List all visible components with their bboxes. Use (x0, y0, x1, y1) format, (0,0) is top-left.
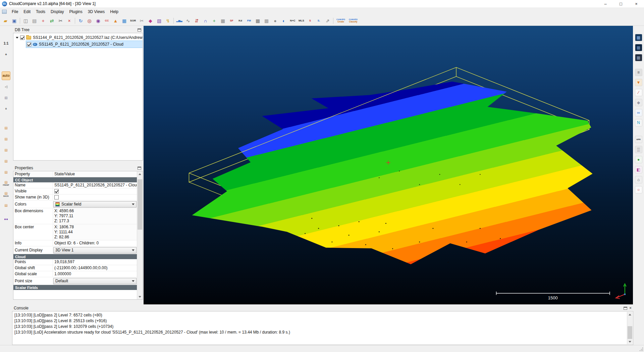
scroll-down-button[interactable] (137, 294, 143, 299)
orange-pin-tool-icon[interactable]: ▼ (635, 79, 642, 86)
view-right-button[interactable]: ▤ (2, 157, 10, 166)
tree-row-cloud[interactable]: SS1145_P_6121_20120526_20120527 - Cloud (26, 41, 143, 48)
rasterize-button[interactable]: ◐ (280, 16, 288, 25)
view-back-button[interactable]: ▤ BACK (2, 190, 10, 199)
scroll-down-button[interactable] (627, 339, 633, 344)
edit-tool-icon[interactable]: ∕ (635, 89, 642, 96)
3d-views-menu[interactable]: 3D Views (85, 8, 107, 15)
camera-view-button[interactable]: ◁ (2, 82, 10, 91)
stripes-tool-icon[interactable]: ≡ (635, 69, 642, 76)
view-left-button[interactable]: ▤ (2, 146, 10, 155)
compute-normals-button[interactable]: N+C (288, 16, 297, 25)
crop-button[interactable]: ✂ (138, 16, 146, 25)
root-visibility-checkbox[interactable] (20, 36, 24, 40)
display-menu[interactable]: Display (48, 8, 66, 15)
zoom-1-1-button[interactable]: 1:1 (2, 39, 10, 48)
poisson-recon-icon[interactable]: ● (635, 156, 642, 163)
histogram-button[interactable]: ▂▅▃ (175, 16, 183, 25)
cc-plugin-button[interactable]: CC (103, 16, 111, 25)
noise-filter-icon[interactable]: ▒ (635, 146, 642, 153)
plugins-menu[interactable]: Plugins (66, 8, 85, 15)
canupo-create-button[interactable]: CANUPO Create (335, 16, 347, 25)
point-picking-button[interactable]: ◎ (85, 16, 94, 25)
gaussian-filter-button[interactable]: ∩ (201, 16, 210, 25)
mesh-tool-icon[interactable]: ◆ (635, 99, 642, 106)
view-bottom-button[interactable]: ▤ (2, 135, 10, 143)
hpr-plugin-icon[interactable]: HPR (635, 136, 642, 143)
pick-point-button[interactable]: ◆ (146, 16, 155, 25)
sf-arithmetic-button[interactable]: SF (227, 16, 236, 25)
expander-icon[interactable] (16, 37, 18, 39)
tools-menu[interactable]: Tools (33, 8, 48, 15)
scroll-track[interactable] (137, 177, 143, 294)
toolbar-separator[interactable] (172, 17, 175, 24)
colors-dropdown[interactable]: SF Scalar field (53, 201, 137, 208)
mls-smoothing-button[interactable]: MLS (297, 16, 306, 25)
toolbar-separator[interactable] (19, 17, 21, 24)
visible-checkbox[interactable] (54, 189, 59, 193)
panel-splitter[interactable] (13, 161, 143, 165)
gl-filter-2-icon[interactable]: ▦ (635, 44, 642, 51)
plugins-folder-button[interactable]: ▧ (155, 16, 163, 25)
sphere-tool-button[interactable]: ● (271, 16, 279, 25)
view-iso1-button[interactable]: ▤ (2, 168, 10, 177)
console-output[interactable]: [13:10:03] [LoD][pass 2] Level 7: 6572 c… (12, 311, 633, 345)
point-list-picking-button[interactable]: ◉ (94, 16, 102, 25)
texture-grid-button[interactable]: ▩ (254, 16, 262, 25)
current-display-dropdown[interactable]: 3D View 1 (53, 247, 137, 253)
sf-manager-button[interactable]: ▦ (219, 16, 227, 25)
edit-menu[interactable]: Edit (21, 8, 33, 15)
properties-scrollbar[interactable] (137, 171, 143, 299)
fm-button[interactable]: FM (245, 16, 253, 25)
canupo-classify-button[interactable]: CANUPO Classify (347, 16, 359, 25)
show-name-checkbox[interactable] (54, 195, 59, 199)
scroll-thumb[interactable] (138, 179, 142, 230)
film-grid-button[interactable]: ▩ (262, 16, 271, 25)
csf-filter-button[interactable]: S (306, 16, 314, 25)
gl-filter-1-icon[interactable]: ▦ (635, 34, 642, 41)
kd-tree-button[interactable]: Kd (236, 16, 245, 25)
color-scale-manager-button[interactable]: ▦ (120, 16, 128, 25)
stereo-mode-button[interactable]: ●● (2, 215, 10, 224)
scroll-thumb[interactable] (628, 326, 632, 339)
primitive-factory-button[interactable]: ▲ (111, 16, 120, 25)
tree-row-root[interactable]: SS1144_P_6121_20120526_20120527.laz (C:/… (13, 34, 143, 41)
toolbar-separator[interactable] (74, 17, 76, 24)
toolbar-separator[interactable] (332, 17, 334, 24)
scroll-up-button[interactable] (137, 171, 143, 177)
resize-grip[interactable] (638, 346, 643, 351)
auto-pick-center-button[interactable]: auto (2, 71, 10, 80)
view-iso2-button[interactable]: ▤ (2, 201, 10, 210)
file-menu[interactable]: File (9, 8, 21, 15)
profile-plot-button[interactable]: ∿ (184, 16, 192, 25)
home-view-icon[interactable]: ⌂ (635, 176, 642, 183)
maximize-button[interactable]: □ (613, 0, 629, 7)
delete-button[interactable]: × (65, 16, 73, 25)
binocular-tool-icon[interactable]: ∞ (635, 109, 642, 116)
cloud-visibility-checkbox[interactable] (27, 42, 31, 47)
measure-tool-button[interactable]: ⇗ (323, 16, 332, 25)
translate-rotate-button[interactable]: ⇄ (48, 16, 56, 25)
zoom-fit-button[interactable]: + (2, 50, 10, 59)
segment-button[interactable]: ✂ (56, 16, 65, 25)
point-size-dropdown[interactable]: Default (53, 278, 137, 284)
scroll-up-button[interactable] (627, 312, 633, 317)
clone-button[interactable]: ◫ (21, 16, 30, 25)
pcv-lighting-button[interactable]: ↯ (164, 16, 172, 25)
float-panel-icon[interactable] (624, 307, 627, 310)
minimize-button[interactable]: – (598, 0, 613, 7)
open-button[interactable]: ▰ (1, 16, 10, 25)
float-panel-icon[interactable] (138, 167, 141, 170)
apply-transformation-button[interactable]: ▤ (30, 16, 39, 25)
colorimetric-tool-icon[interactable]: ◧ (635, 166, 642, 173)
merge-button[interactable]: + (39, 16, 47, 25)
scurve-tool-button[interactable]: S. (315, 16, 323, 25)
save-button[interactable]: ▣ (10, 16, 18, 25)
sor-filter-button[interactable]: SOR (129, 16, 137, 25)
lasso-tool-icon[interactable]: ○ (635, 186, 642, 193)
console-scrollbar[interactable] (627, 312, 633, 344)
view-top-button[interactable]: ▤ (2, 124, 10, 132)
3d-viewport[interactable]: 1500 (144, 26, 633, 304)
sf-add-button[interactable]: + (210, 16, 218, 25)
view-front-button[interactable]: ▤ FRONT (2, 179, 10, 188)
